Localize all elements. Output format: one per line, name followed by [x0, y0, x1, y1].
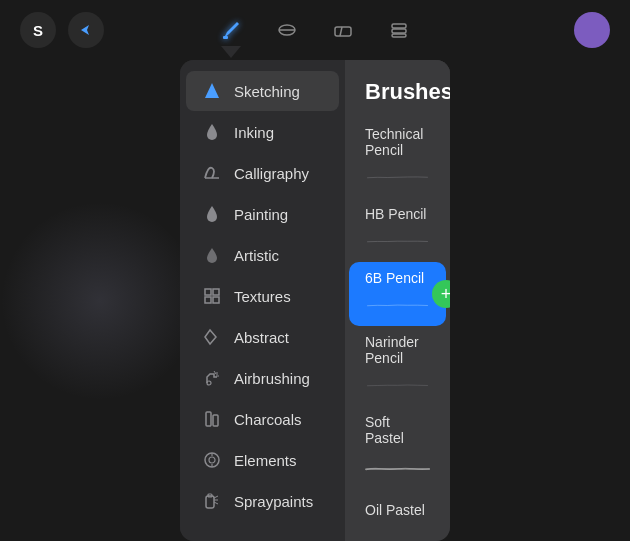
- svg-rect-18: [213, 415, 218, 426]
- sidebar-label-textures: Textures: [234, 288, 291, 305]
- brush-name-soft-pastel: Soft Pastel: [365, 414, 430, 446]
- svg-rect-23: [206, 496, 214, 508]
- drop-icon: [202, 122, 222, 142]
- sidebar-label-painting: Painting: [234, 206, 288, 223]
- svg-rect-7: [392, 34, 406, 37]
- layers-icon: [388, 19, 410, 41]
- sidebar-item-elements[interactable]: Elements: [186, 440, 339, 480]
- svg-rect-12: [213, 297, 219, 303]
- toolbar-center: [213, 12, 417, 48]
- brush-name-technical-pencil: Technical Pencil: [365, 126, 430, 158]
- eraser-tool-button[interactable]: [325, 12, 361, 48]
- arrow-icon: [78, 22, 94, 38]
- glow-effect: [0, 201, 200, 401]
- svg-rect-9: [205, 289, 211, 295]
- sidebar-label-sketching: Sketching: [234, 83, 300, 100]
- sidebar-item-airbrushing[interactable]: Airbrushing: [186, 358, 339, 398]
- brush-list: Brushes + Technical Pencil HB Pencil: [345, 60, 450, 541]
- brush-item-6b-pencil[interactable]: 6B Pencil +: [349, 262, 446, 326]
- svg-rect-5: [392, 24, 406, 28]
- sidebar-item-artistic[interactable]: Artistic: [186, 235, 339, 275]
- svg-rect-3: [335, 27, 351, 36]
- svg-line-4: [340, 27, 342, 36]
- brush-name-narinder-pencil: Narinder Pencil: [365, 334, 430, 366]
- brush-stroke-soft-pastel: [365, 450, 430, 488]
- brush-item-narinder-pencil[interactable]: Narinder Pencil: [345, 326, 450, 406]
- sidebar-label-calligraphy: Calligraphy: [234, 165, 309, 182]
- sidebar-item-painting[interactable]: Painting: [186, 194, 339, 234]
- elements-icon: [202, 450, 222, 470]
- sidebar-label-spraypaints: Spraypaints: [234, 493, 313, 510]
- brush-tool-container: [213, 12, 249, 48]
- s-button[interactable]: S: [20, 12, 56, 48]
- toolbar: S: [0, 0, 630, 60]
- grid-icon: [202, 286, 222, 306]
- smudge-tool-button[interactable]: [269, 12, 305, 48]
- toolbar-left: S: [20, 12, 104, 48]
- svg-rect-10: [213, 289, 219, 295]
- spraypaint-icon: [202, 491, 222, 511]
- sidebar-label-elements: Elements: [234, 452, 297, 469]
- svg-rect-11: [205, 297, 211, 303]
- selected-brush-add-button[interactable]: +: [432, 280, 450, 308]
- brush-stroke-narinder-pencil: [365, 370, 430, 400]
- brush-tool-button[interactable]: [213, 12, 249, 48]
- sidebar-item-abstract[interactable]: Abstract: [186, 317, 339, 357]
- sidebar-item-spraypaints[interactable]: Spraypaints: [186, 481, 339, 521]
- sidebar-item-sketching[interactable]: Sketching: [186, 71, 339, 111]
- brush-item-soft-pastel[interactable]: Soft Pastel: [345, 406, 450, 494]
- panel-wrapper: Sketching Inking Calligraphy Painting: [0, 60, 630, 541]
- abstract-icon: [202, 327, 222, 347]
- avatar[interactable]: [574, 12, 610, 48]
- sidebar-label-abstract: Abstract: [234, 329, 289, 346]
- brush-item-technical-pencil[interactable]: Technical Pencil: [345, 118, 450, 198]
- s-label: S: [33, 22, 43, 39]
- svg-rect-6: [392, 29, 406, 33]
- sidebar: Sketching Inking Calligraphy Painting: [180, 60, 345, 541]
- drop3-icon: [202, 245, 222, 265]
- sidebar-item-textures[interactable]: Textures: [186, 276, 339, 316]
- brush-name-6b-pencil: 6B Pencil: [365, 270, 430, 286]
- sidebar-label-artistic: Artistic: [234, 247, 279, 264]
- brush-list-title: Brushes: [365, 79, 450, 105]
- triangle-icon: [202, 81, 222, 101]
- brush-item-hb-pencil[interactable]: HB Pencil: [345, 198, 450, 262]
- brush-stroke-oil-pastel: [365, 522, 430, 541]
- sidebar-item-charcoals[interactable]: Charcoals: [186, 399, 339, 439]
- charcoal-icon: [202, 409, 222, 429]
- brush-name-hb-pencil: HB Pencil: [365, 206, 430, 222]
- brush-icon: [219, 18, 243, 42]
- svg-rect-0: [223, 36, 228, 39]
- brush-stroke-hb-pencil: [365, 226, 430, 256]
- brush-name-oil-pastel: Oil Pastel: [365, 502, 430, 518]
- main-panel: Sketching Inking Calligraphy Painting: [180, 60, 450, 541]
- svg-point-20: [209, 457, 215, 463]
- brush-item-oil-pastel[interactable]: Oil Pastel: [345, 494, 450, 541]
- brush-stroke-technical-pencil: [365, 162, 430, 192]
- calligraphy-icon: [202, 163, 222, 183]
- layers-tool-button[interactable]: [381, 12, 417, 48]
- sidebar-item-calligraphy[interactable]: Calligraphy: [186, 153, 339, 193]
- drop2-icon: [202, 204, 222, 224]
- airbrush-icon: [202, 368, 222, 388]
- brush-list-header: Brushes +: [345, 60, 450, 118]
- sidebar-label-airbrushing: Airbrushing: [234, 370, 310, 387]
- toolbar-right: [574, 12, 610, 48]
- eraser-icon: [332, 19, 354, 41]
- smudge-icon: [276, 19, 298, 41]
- sidebar-item-inking[interactable]: Inking: [186, 112, 339, 152]
- svg-rect-17: [206, 412, 211, 426]
- sidebar-label-inking: Inking: [234, 124, 274, 141]
- brush-stroke-6b-pencil: [365, 290, 430, 320]
- nav-button[interactable]: [68, 12, 104, 48]
- active-tool-caret: [221, 46, 241, 58]
- sidebar-label-charcoals: Charcoals: [234, 411, 302, 428]
